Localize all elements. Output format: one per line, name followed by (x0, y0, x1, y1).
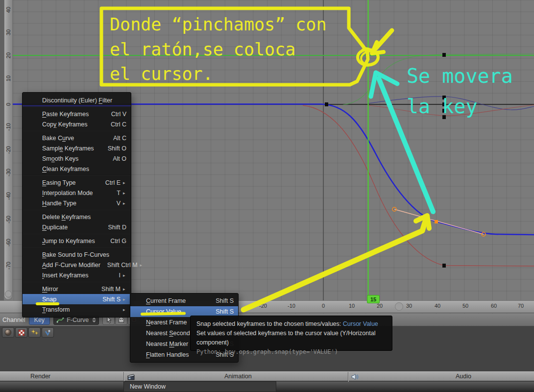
annotation-small-arrow-shaft (375, 30, 392, 49)
tooltip-summary-value: Cursor Value (343, 320, 378, 327)
annotation-cyan-arrow-shaft (379, 78, 433, 212)
tooltip: Snap selected keyframes to the chosen ti… (190, 316, 392, 351)
tooltip-summary: Snap selected keyframes to the chosen ti… (196, 319, 386, 329)
annotation-underline-snap (36, 302, 59, 305)
tooltip-python: Python: bpy.ops.graph.snap(type='VALUE') (196, 347, 386, 357)
tooltip-description: Set values of selected keyframes to the … (196, 329, 386, 347)
annotation-underline-cursor-value (141, 312, 186, 316)
tooltip-summary-text: Snap selected keyframes to the chosen ti… (196, 320, 341, 327)
annotation-bubble-outline (101, 8, 368, 85)
annotation-big-arrow-shaft (243, 217, 427, 310)
